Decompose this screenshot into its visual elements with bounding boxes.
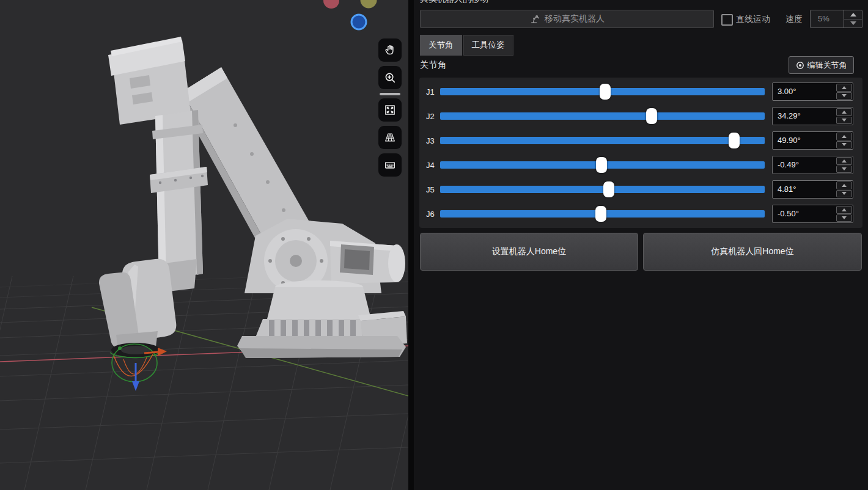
fit-view-button[interactable] (378, 98, 402, 122)
edit-joint-angles-button[interactable]: 编辑关节角 (789, 56, 854, 74)
value-decrease-button[interactable] (836, 166, 852, 174)
joint-value-spinbox-j6[interactable]: -0.50° (772, 205, 853, 223)
arrow-down-icon (842, 94, 847, 97)
move-real-robot-button[interactable]: 移动真实机器人 (420, 10, 714, 28)
value-decrease-button[interactable] (836, 214, 852, 222)
joint-value: 4.81° (773, 181, 836, 198)
value-increase-button[interactable] (836, 133, 852, 141)
arrow-up-icon (842, 208, 847, 211)
axis-ball-olive (361, 0, 377, 9)
joint-label: J3 (426, 136, 440, 145)
zoom-in-button[interactable] (378, 66, 402, 89)
app-window: 真实机器人的移动 移动真实机器人 直线运动 速度 5% 关节角 工具位姿 (0, 0, 868, 490)
joint-row: J1 3.00° (419, 79, 862, 104)
joint-row: J5 4.81° (419, 177, 862, 202)
value-increase-button[interactable] (836, 181, 852, 189)
joint-slider-j2[interactable] (440, 108, 765, 124)
3d-viewport[interactable] (0, 0, 408, 490)
pan-hand-icon (383, 43, 397, 57)
arrow-down-icon (842, 167, 847, 170)
spinbox-arrows (836, 132, 853, 149)
joint-value-spinbox-j1[interactable]: 3.00° (772, 82, 853, 101)
arrow-up-icon (842, 86, 847, 89)
edit-target-icon (796, 61, 804, 70)
axis-ball-blue (351, 15, 366, 29)
joint-row: J3 49.90° (419, 128, 862, 153)
slider-handle[interactable] (729, 133, 740, 148)
speed-increase-button[interactable] (844, 10, 862, 20)
robot-scene (0, 0, 408, 490)
joint-label: J6 (426, 210, 440, 219)
value-increase-button[interactable] (836, 108, 852, 116)
pan-hand-button[interactable] (378, 38, 402, 62)
joint-value: -0.49° (773, 156, 836, 174)
speed-spinner[interactable]: 5% (810, 10, 862, 28)
joint-slider-j1[interactable] (440, 84, 765, 100)
speed-label: 速度 (785, 10, 803, 28)
value-decrease-button[interactable] (836, 117, 852, 125)
sim-robot-return-home-button[interactable]: 仿真机器人回Home位 (643, 233, 862, 271)
joint-row: J4 -0.49° (419, 153, 862, 177)
slider-handle[interactable] (595, 206, 606, 222)
axis-ball-red (323, 0, 339, 9)
keyboard-shortcuts-button[interactable] (378, 153, 402, 177)
joint-sliders-group: J1 3.00° J2 34.29° (419, 78, 862, 228)
slider-handle[interactable] (603, 181, 614, 197)
tab-joint-angles[interactable]: 关节角 (420, 35, 462, 56)
value-decrease-button[interactable] (836, 141, 852, 149)
robot-model (99, 37, 407, 358)
joint-slider-j5[interactable] (440, 181, 765, 197)
joint-slider-j3[interactable] (440, 133, 765, 148)
speed-decrease-button[interactable] (844, 20, 862, 28)
joint-value: 34.29° (773, 108, 836, 125)
arrow-down-icon (842, 143, 847, 146)
set-robot-home-button[interactable]: 设置机器人Home位 (420, 233, 638, 271)
slider-handle[interactable] (646, 108, 657, 124)
joint-value-spinbox-j3[interactable]: 49.90° (772, 131, 853, 150)
joint-value: 49.90° (773, 132, 836, 149)
joint-value-spinbox-j4[interactable]: -0.49° (772, 156, 853, 174)
ground-grid-button[interactable] (378, 126, 402, 149)
spinbox-arrows (836, 156, 853, 174)
spinbox-arrows (836, 181, 853, 198)
slider-handle[interactable] (596, 157, 607, 173)
robot-control-panel: 真实机器人的移动 移动真实机器人 直线运动 速度 5% 关节角 工具位姿 (414, 0, 868, 490)
arrow-up-icon (842, 159, 847, 163)
zoom-in-icon (383, 71, 397, 84)
value-increase-button[interactable] (836, 157, 852, 165)
ground-grid-icon (383, 131, 397, 144)
spinbox-arrows (836, 108, 853, 125)
arrow-up-icon (842, 184, 847, 187)
joint-row: J2 34.29° (419, 104, 862, 128)
arrow-up-icon (842, 111, 847, 114)
slider-track[interactable] (440, 112, 765, 120)
joint-slider-j4[interactable] (440, 157, 765, 173)
fit-view-icon (383, 103, 397, 117)
keyboard-icon (383, 158, 397, 172)
value-increase-button[interactable] (836, 206, 852, 214)
joint-value-spinbox-j2[interactable]: 34.29° (772, 107, 853, 125)
toolbar-divider (380, 93, 400, 95)
tab-tool-pose[interactable]: 工具位姿 (463, 35, 513, 56)
value-decrease-button[interactable] (836, 190, 852, 198)
panel-tabs: 关节角 工具位姿 (420, 35, 513, 56)
arrow-down-icon (842, 216, 847, 219)
slider-track[interactable] (440, 137, 765, 144)
joint-value-spinbox-j5[interactable]: 4.81° (772, 180, 853, 199)
linear-motion-checkbox[interactable] (721, 14, 733, 26)
joint-label: J5 (426, 185, 440, 194)
arrow-down-icon (850, 21, 856, 25)
spinbox-arrows (836, 83, 853, 100)
joint-label: J4 (426, 161, 440, 170)
arrow-up-icon (850, 13, 856, 16)
joint-value: 3.00° (773, 83, 836, 100)
value-decrease-button[interactable] (836, 92, 852, 100)
viewport-toolbar (378, 38, 402, 181)
slider-handle[interactable] (600, 84, 611, 100)
joint-slider-j6[interactable] (440, 206, 765, 222)
robot-arm-icon (529, 13, 540, 24)
slider-track[interactable] (440, 186, 765, 193)
panel-splitter[interactable] (408, 0, 414, 490)
value-increase-button[interactable] (836, 84, 852, 92)
arrow-down-icon (842, 192, 847, 195)
